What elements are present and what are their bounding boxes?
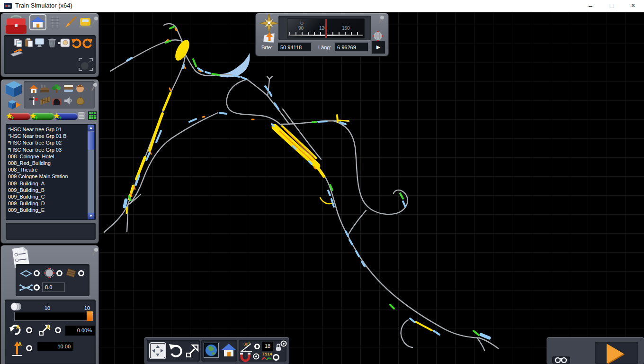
undo-icon[interactable] xyxy=(71,37,81,48)
tab-track-icon[interactable] xyxy=(49,16,61,28)
ruler-arrow-icon[interactable] xyxy=(9,48,24,58)
list-item[interactable]: 008_Cologne_Hotel xyxy=(6,153,96,160)
cube-icon[interactable] xyxy=(5,81,23,98)
asset-list[interactable]: *HSC Near tree Grp 01 *HSC Near tree Grp… xyxy=(6,124,96,220)
toolbox-icon[interactable] xyxy=(5,14,27,36)
list-item[interactable]: 009_Building_D xyxy=(6,200,96,207)
category-furniture-icon[interactable] xyxy=(40,84,50,93)
category-misc-icon[interactable] xyxy=(75,96,85,106)
east-label: O xyxy=(300,21,304,26)
cube-arrow-icon[interactable] xyxy=(8,100,22,110)
category-bridge-icon[interactable] xyxy=(52,96,62,105)
ts14-radio[interactable] xyxy=(273,354,279,361)
flat-mode-icon xyxy=(20,270,32,277)
list-item[interactable]: 008_Red_Building xyxy=(6,160,96,166)
category-layers-icon[interactable] xyxy=(63,84,73,93)
favorites-green-button[interactable]: ★ + xyxy=(31,113,54,120)
overview-box[interactable] xyxy=(552,356,570,364)
copy-icon[interactable] xyxy=(13,38,23,47)
minimize-button[interactable]: – xyxy=(582,0,599,12)
home-view-button[interactable] xyxy=(221,343,236,358)
latitude-input[interactable]: 50.94118 xyxy=(277,42,312,52)
category-sound-icon[interactable] xyxy=(64,96,73,105)
move-tool-selected[interactable] xyxy=(151,344,165,358)
list-view-icon[interactable] xyxy=(78,111,85,120)
category-tree-icon[interactable] xyxy=(52,84,62,93)
tab-brush-icon[interactable] xyxy=(63,16,77,28)
track-map xyxy=(99,12,644,364)
play-button[interactable] xyxy=(607,344,624,364)
slider-handle[interactable] xyxy=(87,311,93,321)
favorites-blue-button[interactable]: ★ + xyxy=(55,113,78,120)
flat-mode-radio[interactable] xyxy=(34,270,40,276)
scroll-thumb[interactable] xyxy=(88,132,94,150)
trash-icon[interactable] xyxy=(48,38,56,48)
list-item[interactable]: 009_Building_E xyxy=(6,207,96,213)
height-offset-field[interactable]: 10.00 xyxy=(37,342,73,351)
scale-variance-field[interactable]: 0.00% xyxy=(65,326,95,336)
category-signal-icon[interactable] xyxy=(29,96,39,106)
list-item[interactable]: 009_Building_B xyxy=(6,187,96,193)
scatter-mode-radio[interactable] xyxy=(34,284,40,291)
scrollbar[interactable]: ▲ ▼ xyxy=(88,125,94,219)
list-item[interactable]: *HSC Near tree Grp 01 xyxy=(6,126,96,133)
tab-train-icon[interactable] xyxy=(79,16,92,28)
list-item[interactable]: *HSC Near tree Grp 02 xyxy=(6,139,96,146)
list-item[interactable]: 008_Theatre xyxy=(6,166,96,173)
grid-size-field[interactable]: 18 xyxy=(262,342,273,351)
map-jump-icon[interactable] xyxy=(262,31,277,44)
favorites-red-button[interactable]: ★ + xyxy=(8,113,30,120)
list-item[interactable]: 009_Building_A xyxy=(6,180,96,187)
random-scale-radio[interactable] xyxy=(55,327,61,333)
sphere-gizmo-icon xyxy=(44,268,54,278)
grid-view-icon[interactable] xyxy=(88,111,97,120)
snap-group: 30° 18 TS14 xyxy=(239,340,286,362)
angle-snap-radio[interactable] xyxy=(254,344,260,349)
scroll-up-icon[interactable]: ▲ xyxy=(88,125,94,131)
magnet-snap-icon[interactable] xyxy=(240,352,251,362)
svg-text:A: A xyxy=(46,324,50,330)
tick-150: 150 xyxy=(342,26,350,31)
asset-panel: ★ + ★ + ★ + *HSC Near tree Grp 01 *HSC N… xyxy=(1,80,98,243)
longitude-input[interactable]: 6.96269 xyxy=(334,42,368,52)
magnet-target-icon[interactable] xyxy=(253,353,259,360)
pin-icon[interactable] xyxy=(378,15,385,24)
maximize-button[interactable]: □ xyxy=(604,0,620,12)
random-rotation-radio[interactable] xyxy=(26,327,32,333)
plus-icon: + xyxy=(58,114,62,121)
world-view-button[interactable] xyxy=(204,343,218,357)
globe-gizmo-icon[interactable] xyxy=(372,30,384,42)
list-item[interactable]: *HSC Near tree Grp 03 xyxy=(6,146,96,153)
scale-tool[interactable] xyxy=(186,344,199,357)
measure-tape-icon[interactable] xyxy=(58,38,70,47)
pin-icon[interactable] xyxy=(91,82,98,91)
redo-icon[interactable] xyxy=(82,37,93,48)
category-people-icon[interactable] xyxy=(76,84,84,93)
category-buildings-icon[interactable] xyxy=(29,84,38,93)
close-button[interactable]: × xyxy=(625,0,641,12)
paste-icon[interactable] xyxy=(24,38,34,47)
longitude-label: Läng: xyxy=(318,45,331,50)
sphere-mode-radio[interactable] xyxy=(56,270,63,276)
tab-home-selected[interactable] xyxy=(31,16,45,29)
density-slider[interactable] xyxy=(14,312,93,321)
rotate-tool[interactable] xyxy=(169,343,183,358)
category-fence-icon[interactable] xyxy=(40,96,50,105)
list-item[interactable]: 009 Cologne Main Station xyxy=(6,173,96,180)
list-item[interactable]: *HSC Near tree Grp 01 B xyxy=(6,133,96,139)
spacing-input[interactable]: 8.0 xyxy=(42,282,65,292)
route-map-viewport[interactable] xyxy=(99,12,644,364)
goto-button[interactable]: ▶ xyxy=(371,41,385,54)
list-item[interactable]: 009_Building_C xyxy=(6,193,96,200)
monitor-icon[interactable] xyxy=(35,38,45,48)
target-snap-icon[interactable] xyxy=(280,340,287,347)
pin-icon[interactable] xyxy=(92,16,98,25)
latitude-label: Brte: xyxy=(261,45,272,50)
scroll-down-icon[interactable]: ▼ xyxy=(88,213,94,219)
wood-mode-radio[interactable] xyxy=(78,270,84,276)
height-offset-radio[interactable] xyxy=(26,345,32,351)
pin-icon[interactable] xyxy=(92,247,98,256)
blower-icon[interactable] xyxy=(79,58,93,71)
placement-mode-box: 8.0 xyxy=(16,264,89,296)
gizmo-group xyxy=(147,340,200,362)
